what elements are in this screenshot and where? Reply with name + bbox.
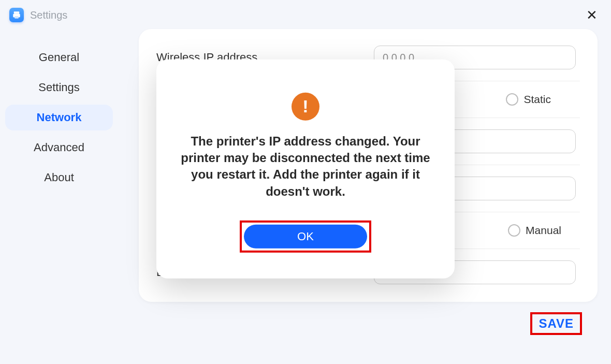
header: Settings ✕ bbox=[0, 0, 611, 29]
svg-rect-0 bbox=[14, 11, 20, 14]
radio-circle-icon bbox=[508, 224, 520, 237]
sidebar-item-label: General bbox=[39, 51, 79, 64]
sidebar-item-network[interactable]: Network bbox=[5, 105, 113, 130]
save-button[interactable]: SAVE bbox=[531, 313, 581, 334]
sidebar-item-label: Advanced bbox=[34, 141, 84, 154]
page-title: Settings bbox=[30, 9, 67, 21]
save-wrap: SAVE bbox=[139, 302, 598, 334]
header-left: Settings bbox=[9, 8, 67, 22]
sidebar: General Settings Network Advanced About bbox=[0, 29, 118, 364]
warning-icon: ! bbox=[292, 92, 319, 120]
sidebar-item-label: About bbox=[44, 171, 74, 184]
app-icon bbox=[9, 8, 24, 22]
ok-highlight: OK bbox=[240, 221, 371, 253]
ip-changed-dialog: ! The printer's IP address changed. Your… bbox=[156, 59, 455, 279]
radio-circle-icon bbox=[506, 93, 518, 106]
radio-manual[interactable]: Manual bbox=[508, 224, 561, 237]
sidebar-item-settings[interactable]: Settings bbox=[5, 75, 113, 100]
save-highlight: SAVE bbox=[531, 313, 581, 334]
sidebar-item-advanced[interactable]: Advanced bbox=[5, 135, 113, 161]
sidebar-item-label: Network bbox=[37, 111, 82, 124]
sidebar-item-about[interactable]: About bbox=[5, 165, 113, 191]
svg-rect-2 bbox=[14, 16, 19, 19]
dialog-button-wrap: OK bbox=[177, 221, 434, 253]
dialog-message: The printer's IP address changed. Your p… bbox=[177, 133, 434, 200]
sidebar-item-general[interactable]: General bbox=[5, 45, 113, 70]
sidebar-item-label: Settings bbox=[38, 81, 80, 94]
close-icon[interactable]: ✕ bbox=[583, 6, 601, 24]
radio-label: Static bbox=[523, 93, 551, 106]
radio-static[interactable]: Static bbox=[506, 93, 551, 106]
radio-label: Manual bbox=[526, 224, 561, 237]
ok-button[interactable]: OK bbox=[244, 225, 367, 249]
